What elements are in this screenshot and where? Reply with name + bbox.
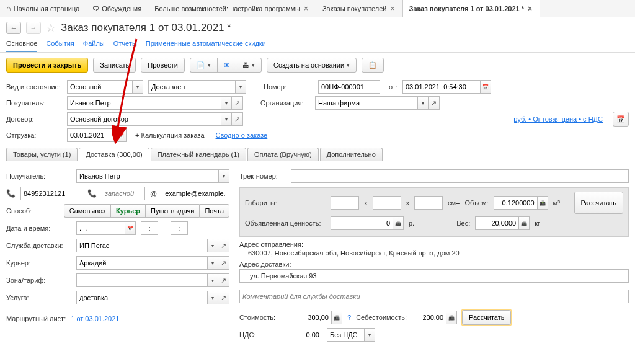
calc-icon[interactable]: 📠 — [446, 311, 457, 324]
open-icon[interactable]: ↗ — [218, 273, 229, 287]
open-icon[interactable]: ↗ — [218, 291, 229, 304]
cost-field[interactable] — [291, 311, 331, 324]
calc-cost-button[interactable]: Рассчитать — [462, 310, 511, 325]
route-link[interactable]: 1 от 03.01.2021 — [71, 315, 119, 322]
courier-field[interactable] — [76, 256, 207, 270]
save-button[interactable]: Записать — [93, 58, 136, 73]
recipient-field[interactable] — [76, 169, 218, 183]
calendar-icon[interactable]: 📅 — [115, 128, 127, 142]
favorite-icon[interactable]: ☆ — [46, 21, 56, 35]
dropdown-icon[interactable]: ▾ — [221, 96, 232, 110]
post-close-button[interactable]: Провести и закрыть — [6, 58, 88, 73]
close-icon[interactable]: × — [303, 4, 309, 13]
tab-delivery[interactable]: Доставка (300,00) — [79, 148, 149, 161]
open-icon[interactable]: ↗ — [232, 112, 243, 126]
dim-w-field[interactable] — [373, 196, 401, 210]
dropdown-icon[interactable]: ▾ — [235, 80, 246, 94]
volume-field[interactable] — [494, 196, 537, 210]
nav-events[interactable]: События — [46, 40, 74, 47]
method-courier[interactable]: Курьер — [110, 204, 145, 218]
calc-icon[interactable]: 📠 — [331, 311, 342, 324]
summary-link[interactable]: Сводно о заказе — [216, 131, 268, 139]
tab-paycal[interactable]: Платежный календарь (1) — [151, 148, 246, 161]
calendar-icon[interactable]: 📅 — [125, 221, 136, 235]
addr-to-field[interactable]: ул. Первомайская 93 — [239, 269, 629, 283]
tab-payment[interactable]: Оплата (Вручную) — [247, 148, 319, 161]
close-icon[interactable]: × — [526, 4, 533, 13]
copy-button[interactable]: 📄▾ — [190, 58, 217, 73]
calc-icon[interactable]: 📠 — [393, 216, 404, 230]
method-pickup[interactable]: Самовывоз — [64, 204, 110, 218]
post-button[interactable]: Провести — [141, 58, 185, 73]
calc-order-link[interactable]: + Калькуляция заказа — [135, 131, 205, 139]
dropdown-icon[interactable]: ▾ — [417, 96, 429, 110]
org-field[interactable] — [315, 96, 417, 110]
weight-field[interactable] — [475, 216, 518, 230]
open-icon[interactable]: ↗ — [429, 96, 440, 110]
tab-extra[interactable]: Дополнительно — [320, 148, 383, 161]
calc-icon[interactable]: 📠 — [518, 216, 530, 230]
delivery-date-field[interactable] — [76, 221, 125, 235]
tab-discuss[interactable]: 🗨Обсуждения — [86, 0, 148, 17]
close-icon[interactable]: × — [389, 4, 396, 13]
open-icon[interactable]: ↗ — [218, 256, 229, 270]
back-button[interactable]: ← — [6, 22, 21, 34]
buyer-field[interactable] — [67, 96, 221, 110]
type-select[interactable] — [67, 80, 132, 94]
dropdown-icon[interactable]: ▾ — [207, 256, 218, 270]
calc-dims-button[interactable]: Рассчитать — [574, 192, 623, 214]
phone1-field[interactable] — [20, 187, 82, 200]
help-icon[interactable]: ? — [347, 314, 351, 321]
tab-order[interactable]: Заказ покупателя 1 от 03.01.2021 *× — [403, 0, 540, 17]
phone2-field[interactable] — [102, 187, 145, 200]
nav-reports[interactable]: Отчеты — [113, 40, 137, 47]
phone-icon: 📞 — [87, 189, 97, 198]
nav-discounts[interactable]: Примененные автоматические скидки — [146, 40, 266, 47]
tab-home[interactable]: ⌂Начальная страница — [0, 0, 86, 17]
ship-date-field[interactable] — [67, 128, 115, 142]
number-field[interactable] — [318, 80, 380, 94]
dim-h-field[interactable] — [414, 196, 443, 210]
email-button[interactable]: ✉ — [217, 58, 236, 73]
contract-field[interactable] — [67, 112, 221, 126]
dropdown-icon[interactable]: ▾ — [207, 291, 218, 304]
print-button[interactable]: 🖶▾ — [236, 58, 262, 73]
tab-more[interactable]: Больше возможностей: настройка программы… — [148, 0, 316, 17]
nav-files[interactable]: Файлы — [83, 40, 105, 47]
dropdown-icon[interactable]: ▾ — [132, 80, 143, 94]
tab-orders[interactable]: Заказы покупателей× — [316, 0, 403, 17]
dropdown-icon[interactable]: ▾ — [364, 328, 375, 342]
tab-goods[interactable]: Товары, услуги (1) — [6, 148, 78, 161]
nav-main[interactable]: Основное — [6, 40, 37, 47]
selfcost-field[interactable] — [412, 311, 446, 324]
track-field[interactable] — [291, 169, 629, 183]
method-post[interactable]: Почта — [199, 204, 229, 218]
delivery-comment-field[interactable] — [239, 290, 629, 303]
dropdown-icon[interactable]: ▾ — [207, 273, 218, 287]
zone-field[interactable] — [76, 273, 207, 287]
calc-icon[interactable]: 📠 — [537, 196, 548, 210]
calendar-icon[interactable]: 📅 — [480, 80, 491, 94]
create-basis-button[interactable]: Создать на основании▾ — [267, 58, 357, 73]
open-icon[interactable]: ↗ — [232, 96, 243, 110]
time-from-field[interactable] — [141, 221, 158, 235]
vat-label: НДС: — [239, 331, 286, 339]
service-field[interactable] — [76, 239, 207, 252]
price-calendar-button[interactable]: 📅 — [613, 112, 629, 127]
method-point[interactable]: Пункт выдачи — [145, 204, 199, 218]
forward-button[interactable]: → — [26, 22, 41, 34]
dropdown-icon[interactable]: ▾ — [207, 239, 218, 252]
dropdown-icon[interactable]: ▾ — [218, 169, 229, 183]
vat-type-select[interactable] — [327, 328, 364, 342]
paste-button[interactable]: 📋 — [362, 58, 384, 73]
dropdown-icon[interactable]: ▾ — [221, 112, 232, 126]
dim-l-field[interactable] — [331, 196, 359, 210]
product-field[interactable] — [76, 291, 207, 304]
email-field[interactable] — [162, 187, 229, 200]
price-info-link[interactable]: руб. • Оптовая цена • с НДС — [513, 115, 603, 123]
declared-field[interactable] — [331, 216, 393, 230]
open-icon[interactable]: ↗ — [218, 239, 229, 252]
state-select[interactable] — [148, 80, 235, 94]
time-to-field[interactable] — [171, 221, 188, 235]
date-field[interactable] — [402, 80, 480, 94]
